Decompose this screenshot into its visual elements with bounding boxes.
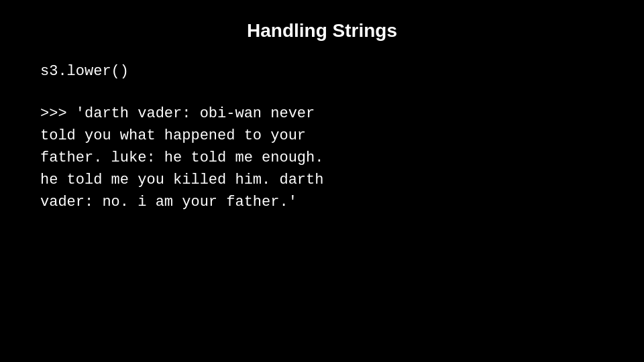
code-snippet: s3.lower() [40, 62, 129, 82]
output-block: >>> 'darth vader: obi-wan never told you… [40, 103, 604, 213]
page-title: Handling Strings [247, 20, 397, 42]
page-container: Handling Strings s3.lower() >>> 'darth v… [0, 0, 644, 362]
output-text: >>> 'darth vader: obi-wan never told you… [40, 103, 604, 213]
code-section: s3.lower() [40, 62, 604, 82]
